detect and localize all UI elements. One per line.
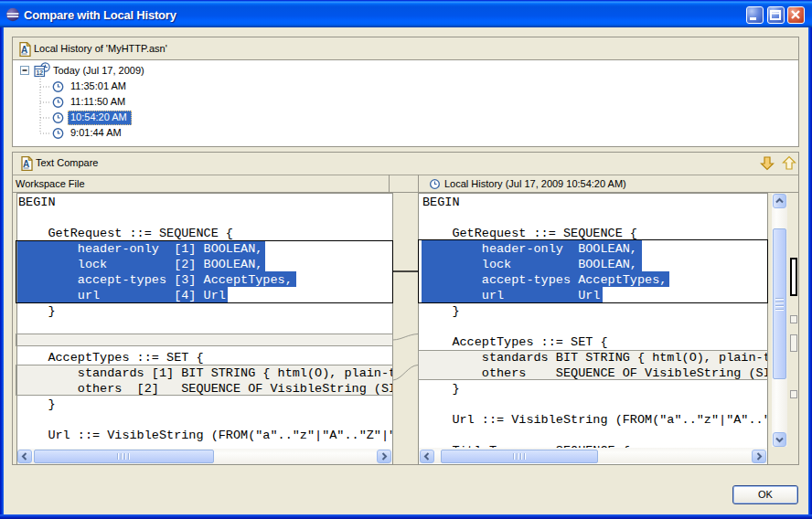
svg-text:A: A — [23, 159, 29, 169]
svg-text:A: A — [21, 45, 27, 55]
